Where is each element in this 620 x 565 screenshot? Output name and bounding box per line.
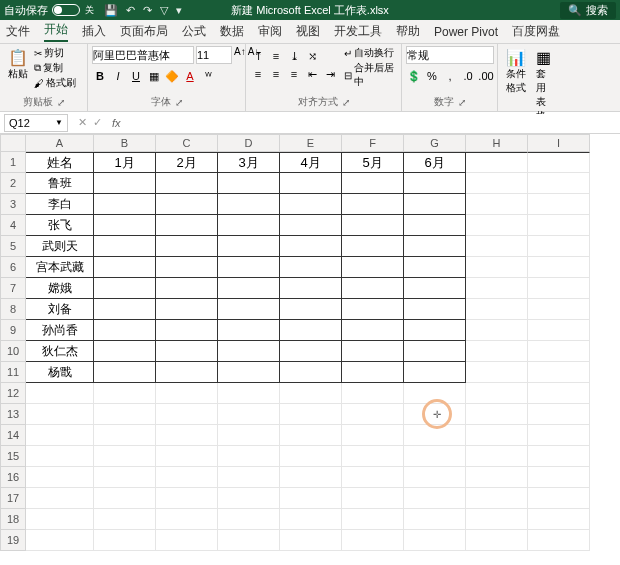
col-header-H[interactable]: H — [466, 134, 528, 152]
align-right-button[interactable]: ≡ — [286, 66, 302, 82]
cell-F15[interactable] — [342, 446, 404, 467]
row-header-19[interactable]: 19 — [0, 530, 26, 551]
cell-I11[interactable] — [528, 362, 590, 383]
cell-A3[interactable]: 李白 — [26, 194, 94, 215]
cell-D10[interactable] — [218, 341, 280, 362]
cell-C18[interactable] — [156, 509, 218, 530]
decrease-decimal-button[interactable]: .00 — [478, 68, 494, 84]
cell-D1[interactable]: 3月 — [218, 152, 280, 173]
cancel-icon[interactable]: ✕ — [78, 116, 87, 129]
cell-D19[interactable] — [218, 530, 280, 551]
cell-F14[interactable] — [342, 425, 404, 446]
cell-A15[interactable] — [26, 446, 94, 467]
cell-H13[interactable] — [466, 404, 528, 425]
select-all-corner[interactable] — [0, 134, 26, 152]
cell-H11[interactable] — [466, 362, 528, 383]
cell-I15[interactable] — [528, 446, 590, 467]
bold-button[interactable]: B — [92, 68, 108, 84]
name-box[interactable]: Q12▼ — [4, 114, 68, 132]
cell-G2[interactable] — [404, 173, 466, 194]
cell-A14[interactable] — [26, 425, 94, 446]
cell-I12[interactable] — [528, 383, 590, 404]
fill-color-button[interactable]: 🔶 — [164, 68, 180, 84]
cell-F16[interactable] — [342, 467, 404, 488]
row-header-4[interactable]: 4 — [0, 215, 26, 236]
cell-D9[interactable] — [218, 320, 280, 341]
increase-font-icon[interactable]: A↑ — [234, 46, 246, 64]
cell-I7[interactable] — [528, 278, 590, 299]
cell-I2[interactable] — [528, 173, 590, 194]
format-painter-button[interactable]: 🖌格式刷 — [34, 76, 76, 90]
cell-D6[interactable] — [218, 257, 280, 278]
row-header-1[interactable]: 1 — [0, 152, 26, 173]
cell-B11[interactable] — [94, 362, 156, 383]
cell-B13[interactable] — [94, 404, 156, 425]
cell-A8[interactable]: 刘备 — [26, 299, 94, 320]
row-header-9[interactable]: 9 — [0, 320, 26, 341]
cell-A19[interactable] — [26, 530, 94, 551]
menu-formula[interactable]: 公式 — [182, 23, 206, 40]
cell-A5[interactable]: 武则天 — [26, 236, 94, 257]
undo-icon[interactable]: ↶ — [126, 4, 135, 17]
align-center-button[interactable]: ≡ — [268, 66, 284, 82]
cell-G4[interactable] — [404, 215, 466, 236]
menu-help[interactable]: 帮助 — [396, 23, 420, 40]
cell-F12[interactable] — [342, 383, 404, 404]
cell-H5[interactable] — [466, 236, 528, 257]
orientation-button[interactable]: ⤭ — [304, 48, 320, 64]
cell-A13[interactable] — [26, 404, 94, 425]
cell-C12[interactable] — [156, 383, 218, 404]
cell-H1[interactable] — [466, 152, 528, 173]
cell-E2[interactable] — [280, 173, 342, 194]
cell-H3[interactable] — [466, 194, 528, 215]
phonetic-button[interactable]: ᵂ — [200, 68, 216, 84]
cell-B9[interactable] — [94, 320, 156, 341]
save-icon[interactable]: 💾 — [104, 4, 118, 17]
cell-E6[interactable] — [280, 257, 342, 278]
cell-F1[interactable]: 5月 — [342, 152, 404, 173]
currency-button[interactable]: 💲 — [406, 68, 422, 84]
cell-C2[interactable] — [156, 173, 218, 194]
cell-I3[interactable] — [528, 194, 590, 215]
cell-D11[interactable] — [218, 362, 280, 383]
cell-I9[interactable] — [528, 320, 590, 341]
menu-dev[interactable]: 开发工具 — [334, 23, 382, 40]
cell-C16[interactable] — [156, 467, 218, 488]
cell-B4[interactable] — [94, 215, 156, 236]
cell-F2[interactable] — [342, 173, 404, 194]
cell-I18[interactable] — [528, 509, 590, 530]
cell-G16[interactable] — [404, 467, 466, 488]
cell-H2[interactable] — [466, 173, 528, 194]
cell-B1[interactable]: 1月 — [94, 152, 156, 173]
row-header-14[interactable]: 14 — [0, 425, 26, 446]
confirm-icon[interactable]: ✓ — [93, 116, 102, 129]
cell-B14[interactable] — [94, 425, 156, 446]
cell-C19[interactable] — [156, 530, 218, 551]
row-header-7[interactable]: 7 — [0, 278, 26, 299]
cell-E8[interactable] — [280, 299, 342, 320]
cell-E15[interactable] — [280, 446, 342, 467]
cell-I16[interactable] — [528, 467, 590, 488]
cell-E16[interactable] — [280, 467, 342, 488]
cell-H9[interactable] — [466, 320, 528, 341]
cell-A7[interactable]: 嫦娥 — [26, 278, 94, 299]
cell-B18[interactable] — [94, 509, 156, 530]
cell-E10[interactable] — [280, 341, 342, 362]
cell-A12[interactable] — [26, 383, 94, 404]
cell-G1[interactable]: 6月 — [404, 152, 466, 173]
cell-D5[interactable] — [218, 236, 280, 257]
launcher-icon[interactable]: ⤢ — [57, 97, 65, 108]
cell-E11[interactable] — [280, 362, 342, 383]
cell-D2[interactable] — [218, 173, 280, 194]
cell-F3[interactable] — [342, 194, 404, 215]
cell-B12[interactable] — [94, 383, 156, 404]
cell-G17[interactable] — [404, 488, 466, 509]
cell-H14[interactable] — [466, 425, 528, 446]
cell-F10[interactable] — [342, 341, 404, 362]
cell-B2[interactable] — [94, 173, 156, 194]
row-header-8[interactable]: 8 — [0, 299, 26, 320]
fx-icon[interactable]: fx — [112, 117, 121, 129]
cell-B3[interactable] — [94, 194, 156, 215]
cell-H15[interactable] — [466, 446, 528, 467]
cell-F18[interactable] — [342, 509, 404, 530]
